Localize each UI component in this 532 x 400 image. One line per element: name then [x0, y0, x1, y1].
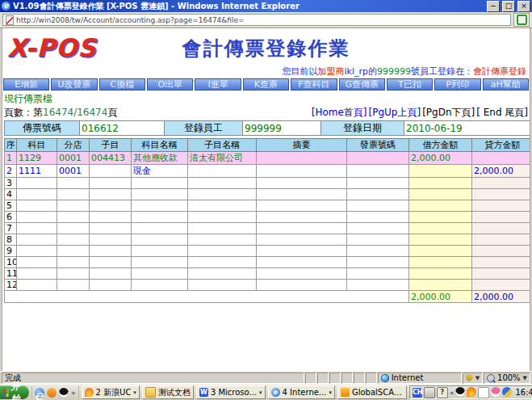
grid-cell[interactable] [90, 257, 132, 268]
grid-cell[interactable] [257, 223, 347, 234]
task-button-4[interactable]: GlobalSCAP... [337, 385, 407, 399]
grid-cell[interactable]: 現金 [132, 165, 188, 178]
qq-icon[interactable] [59, 388, 69, 398]
grid-cell[interactable] [409, 200, 472, 212]
grid-cell[interactable]: 4 [5, 189, 17, 200]
grid-cell[interactable] [347, 189, 409, 200]
grid-cell[interactable] [57, 280, 90, 291]
grid-cell[interactable] [409, 223, 472, 234]
grid-cell[interactable] [257, 280, 347, 291]
grid-cell[interactable] [472, 246, 531, 257]
grid-cell[interactable] [188, 234, 257, 246]
grid-cell[interactable] [17, 189, 57, 200]
grid-cell[interactable]: 1111 [17, 165, 57, 178]
grid-cell[interactable]: 004413 [90, 152, 132, 165]
refresh-button[interactable] [513, 13, 530, 27]
grid-cell[interactable] [17, 223, 57, 234]
grid-cell[interactable] [409, 165, 472, 178]
toolbar-button-5[interactable]: K查票 [243, 78, 289, 91]
grid-cell[interactable] [90, 212, 132, 223]
grid-cell[interactable] [409, 189, 472, 200]
grid-cell[interactable] [57, 234, 90, 246]
grid-cell[interactable] [188, 246, 257, 257]
grid-row-6[interactable]: 6 [5, 212, 531, 223]
grid-cell[interactable] [90, 178, 132, 189]
collapse-chevron-icon[interactable]: « [450, 389, 455, 397]
grid-cell[interactable] [57, 246, 90, 257]
grid-cell[interactable]: 9 [5, 246, 17, 257]
grid-row-3[interactable]: 3 [5, 178, 531, 189]
grid-cell[interactable] [472, 189, 531, 200]
address-input[interactable]: http://win2008/tw/Account/accounting.asp… [2, 14, 511, 26]
uc-browser-icon[interactable] [47, 388, 57, 398]
grid-cell[interactable] [90, 223, 132, 234]
close-button[interactable]: × [517, 1, 530, 12]
grid-cell[interactable] [188, 189, 257, 200]
grid-row-11[interactable]: 11 [5, 268, 531, 280]
grid-cell[interactable] [257, 200, 347, 212]
grid-cell[interactable]: 2,000.00 [409, 152, 472, 165]
grid-cell[interactable] [347, 178, 409, 189]
grid-cell[interactable] [132, 189, 188, 200]
toolbar-button-1[interactable]: U改發票 [51, 78, 97, 91]
grid-cell[interactable] [132, 246, 188, 257]
grid-cell[interactable] [17, 268, 57, 280]
language-indicator[interactable]: CH [413, 388, 422, 398]
grid-cell[interactable] [132, 200, 188, 212]
grid-cell[interactable]: 5 [5, 200, 17, 212]
grid-cell[interactable] [90, 268, 132, 280]
grid-cell[interactable] [188, 178, 257, 189]
maximize-button[interactable]: □ [502, 1, 515, 12]
task-button-1[interactable]: 测试文档 [142, 385, 194, 399]
grid-row-4[interactable]: 4 [5, 189, 531, 200]
grid-cell[interactable] [132, 268, 188, 280]
grid-row-8[interactable]: 8 [5, 234, 531, 246]
grid-cell[interactable] [90, 246, 132, 257]
grid-cell[interactable] [57, 257, 90, 268]
grid-cell[interactable] [132, 212, 188, 223]
task-button-3[interactable]: e4 Interne...▾ [268, 385, 335, 399]
form-value-0[interactable]: 016612 [80, 121, 165, 136]
grid-cell[interactable] [132, 223, 188, 234]
toolbar-button-10[interactable]: aH幫助 [483, 78, 529, 91]
toolbar-button-2[interactable]: C換檔 [99, 78, 145, 91]
grid-cell[interactable] [347, 280, 409, 291]
grid-cell[interactable] [257, 178, 347, 189]
grid-cell[interactable] [472, 212, 531, 223]
grid-cell[interactable] [132, 178, 188, 189]
grid-cell[interactable] [257, 152, 347, 165]
toolbar-button-7[interactable]: G查傳票 [339, 78, 385, 91]
form-value-1[interactable]: 999999 [243, 121, 321, 136]
ie-icon[interactable]: e [35, 388, 44, 398]
grid-cell[interactable] [347, 200, 409, 212]
grid-cell[interactable] [57, 212, 90, 223]
grid-cell[interactable]: 3 [5, 178, 17, 189]
grid-cell[interactable]: 10 [5, 257, 17, 268]
grid-cell[interactable] [409, 178, 472, 189]
grid-cell[interactable] [257, 257, 347, 268]
toolbar-button-0[interactable]: E增新 [3, 78, 49, 91]
grid-cell[interactable]: 1129 [17, 152, 57, 165]
grid-cell[interactable] [17, 234, 57, 246]
grid-cell[interactable] [347, 223, 409, 234]
grid-cell[interactable] [409, 280, 472, 291]
grid-cell[interactable] [57, 178, 90, 189]
grid-cell[interactable] [472, 234, 531, 246]
grid-cell[interactable] [17, 178, 57, 189]
grid-row-12[interactable]: 12 [5, 280, 531, 291]
grid-cell[interactable]: 6 [5, 212, 17, 223]
grid-cell[interactable]: 2,000.00 [472, 165, 531, 178]
grid-cell[interactable] [17, 280, 57, 291]
grid-cell[interactable] [132, 257, 188, 268]
nav-link-1[interactable]: [PgUp上頁] [369, 107, 421, 118]
grid-cell[interactable] [188, 268, 257, 280]
protected-mode-control[interactable]: ▼ [463, 373, 483, 384]
grid-cell[interactable] [257, 234, 347, 246]
grid-row-1[interactable]: 111290001004413其他應收款清太有限公司2,000.00 [5, 152, 531, 165]
grid-cell[interactable] [17, 257, 57, 268]
grid-cell[interactable] [472, 268, 531, 280]
grid-cell[interactable] [188, 212, 257, 223]
toolbar-button-3[interactable]: O出單 [147, 78, 193, 91]
grid-cell[interactable]: 7 [5, 223, 17, 234]
grid-cell[interactable] [257, 268, 347, 280]
